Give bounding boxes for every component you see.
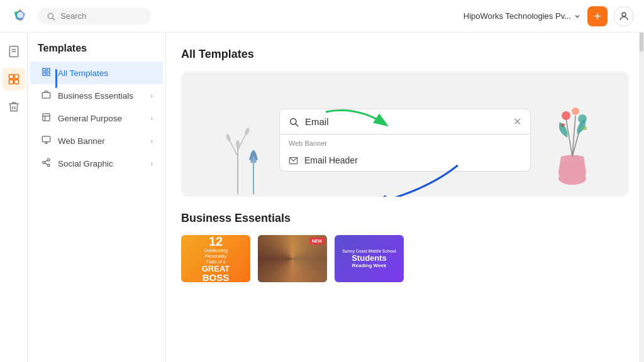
user-icon: [618, 11, 630, 22]
add-button[interactable]: +: [587, 6, 608, 26]
business-section-title: Business Essentials: [181, 212, 629, 225]
template-card-food[interactable]: NEW: [258, 235, 327, 282]
svg-point-1: [17, 12, 23, 18]
card-school-name: Sunny Coast Middle School: [342, 249, 396, 253]
sidebar-label-business-essentials: Business Essentials: [58, 91, 133, 101]
search-icon-hero: [289, 117, 299, 127]
sidebar-title: Templates: [28, 43, 165, 62]
logo[interactable]: [10, 5, 30, 28]
svg-rect-12: [42, 69, 45, 71]
topbar-right: HipoWorks Technologies Pv... +: [464, 6, 634, 26]
chevron-right-icon-2: ›: [150, 114, 153, 122]
left-sidebar: Templates All Templates Business Essenti…: [28, 33, 166, 362]
template-card-students[interactable]: Sunny Coast Middle School Students Readi…: [335, 235, 404, 282]
chevron-down-icon: [574, 13, 581, 20]
svg-line-26: [45, 163, 47, 164]
sidebar-icon-trash[interactable]: [3, 96, 25, 118]
svg-point-39: [562, 111, 570, 120]
svg-rect-10: [9, 80, 13, 84]
section-title: All Templates: [181, 48, 629, 61]
sidebar-label-general-purpose: General Purpose: [58, 114, 122, 123]
svg-point-43: [583, 126, 587, 130]
template-cards-row: 12 OutstandingPersonalityTraits of a GRE…: [181, 235, 629, 282]
topbar-search[interactable]: [38, 8, 151, 25]
company-name: HipoWorks Technologies Pv...: [464, 11, 571, 21]
sidebar-label-all-templates: All Templates: [58, 69, 108, 78]
svg-point-32: [225, 133, 231, 141]
svg-point-23: [47, 158, 50, 161]
scrollbar-thumb[interactable]: [640, 33, 643, 52]
main-layout: Templates All Templates Business Essenti…: [0, 33, 644, 362]
svg-point-41: [578, 114, 587, 123]
svg-line-3: [53, 18, 55, 19]
svg-point-24: [42, 162, 45, 164]
svg-line-45: [296, 124, 298, 126]
chevron-right-icon: ›: [150, 92, 153, 99]
card-students-label: Students: [352, 253, 387, 263]
svg-rect-11: [14, 80, 18, 84]
search-dropdown: Web Banner Email Header: [279, 134, 531, 172]
svg-point-4: [622, 13, 626, 16]
sidebar-icon-templates[interactable]: [3, 68, 25, 90]
user-avatar-button[interactable]: [614, 6, 634, 26]
topbar-search-input[interactable]: [60, 11, 136, 21]
dropdown-item-label: Email Header: [304, 155, 358, 165]
grid-icon: [40, 67, 52, 79]
svg-point-33: [244, 127, 250, 135]
sidebar-item-business-essentials[interactable]: Business Essentials ›: [30, 84, 163, 107]
hero-search-input[interactable]: Email: [305, 116, 507, 127]
svg-rect-14: [42, 73, 45, 75]
layout-icon: [40, 112, 52, 124]
content-area: All Templates: [166, 33, 644, 362]
sidebar-item-all-templates[interactable]: All Templates: [30, 62, 163, 84]
card-reading-week-label: Reading Week: [352, 263, 387, 268]
svg-rect-20: [42, 136, 50, 142]
template-card-boss[interactable]: 12 OutstandingPersonalityTraits of a GRE…: [181, 235, 250, 282]
sidebar-label-web-banner: Web Banner: [58, 136, 105, 146]
svg-line-27: [45, 160, 47, 162]
chevron-right-icon-3: ›: [150, 137, 153, 145]
plant-right-decoration: [541, 87, 604, 190]
sidebar-item-web-banner[interactable]: Web Banner ›: [30, 129, 163, 152]
share-icon: [40, 158, 52, 169]
hero-banner: Create beautiful documents: [181, 71, 629, 197]
dropdown-item-email-header[interactable]: Email Header: [280, 150, 530, 171]
svg-line-36: [566, 119, 572, 156]
icon-sidebar: [0, 33, 28, 362]
sidebar-label-social-graphic: Social Graphic: [58, 159, 113, 168]
business-essentials-section: Business Essentials 12 OutstandingPerson…: [181, 212, 629, 282]
active-indicator: [55, 69, 57, 88]
svg-point-25: [47, 164, 50, 167]
dropdown-category-label: Web Banner: [280, 134, 530, 150]
card-text-1: OutstandingPersonalityTraits of a: [204, 248, 228, 265]
svg-rect-17: [42, 114, 49, 121]
search-icon: [47, 12, 55, 21]
monitor-icon: [40, 135, 52, 146]
card-number: 12: [209, 235, 223, 248]
svg-rect-15: [47, 73, 49, 75]
company-selector[interactable]: HipoWorks Technologies Pv...: [464, 11, 581, 21]
briefcase-icon: [40, 90, 52, 101]
envelope-icon: [289, 156, 298, 165]
sidebar-item-general-purpose[interactable]: General Purpose ›: [30, 107, 163, 129]
svg-rect-9: [14, 75, 18, 79]
plant-left-decoration: [219, 106, 269, 197]
svg-point-42: [561, 123, 565, 127]
scrollbar[interactable]: [639, 33, 644, 362]
hero-search-box[interactable]: Email ✕: [279, 109, 531, 134]
chevron-right-icon-4: ›: [150, 160, 153, 167]
sidebar-item-social-graphic[interactable]: Social Graphic ›: [30, 152, 163, 175]
card-text-3: BOSS: [203, 273, 230, 282]
svg-rect-8: [9, 75, 13, 79]
card-badge: NEW: [309, 238, 325, 244]
topbar: HipoWorks Technologies Pv... +: [0, 0, 644, 33]
svg-point-40: [572, 107, 579, 115]
search-overlay: Email ✕ Web Banner Email Header: [279, 109, 531, 172]
search-clear-button[interactable]: ✕: [513, 116, 521, 128]
sidebar-icon-document[interactable]: [3, 40, 25, 63]
svg-point-31: [236, 140, 240, 148]
svg-rect-13: [47, 69, 49, 71]
svg-rect-16: [42, 92, 50, 98]
